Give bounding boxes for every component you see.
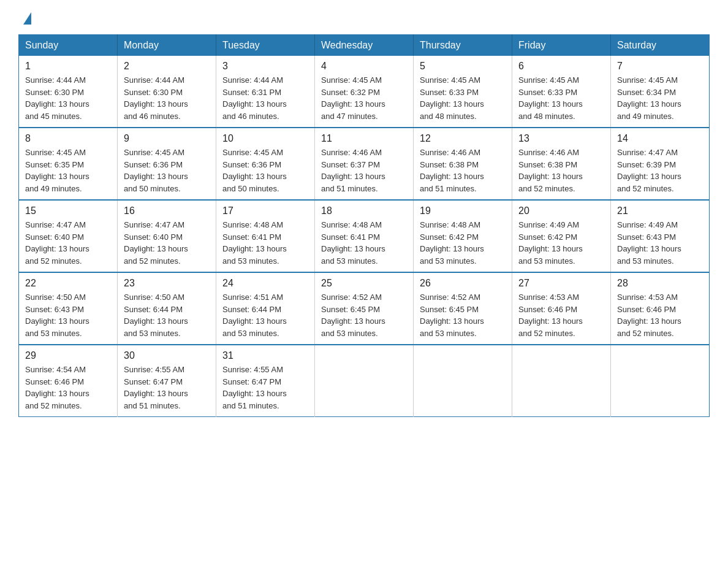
- day-number: 12: [420, 133, 506, 144]
- day-number: 18: [321, 205, 407, 216]
- calendar-day-cell: 21 Sunrise: 4:49 AMSunset: 6:43 PMDaylig…: [611, 200, 710, 272]
- calendar-day-cell: 15 Sunrise: 4:47 AMSunset: 6:40 PMDaylig…: [19, 200, 118, 272]
- day-info: Sunrise: 4:50 AMSunset: 6:43 PMDaylight:…: [25, 291, 111, 339]
- day-info: Sunrise: 4:47 AMSunset: 6:39 PMDaylight:…: [617, 147, 703, 194]
- day-info: Sunrise: 4:55 AMSunset: 6:47 PMDaylight:…: [124, 364, 210, 412]
- day-info: Sunrise: 4:45 AMSunset: 6:32 PMDaylight:…: [321, 74, 407, 122]
- calendar-day-cell: 11 Sunrise: 4:46 AMSunset: 6:37 PMDaylig…: [315, 128, 414, 200]
- day-info: Sunrise: 4:48 AMSunset: 6:42 PMDaylight:…: [420, 219, 506, 267]
- calendar-day-cell: 20 Sunrise: 4:49 AMSunset: 6:42 PMDaylig…: [512, 200, 611, 272]
- day-number: 30: [124, 350, 210, 361]
- day-info: Sunrise: 4:52 AMSunset: 6:45 PMDaylight:…: [321, 291, 407, 339]
- page-header: [18, 12, 710, 25]
- day-info: Sunrise: 4:44 AMSunset: 6:30 PMDaylight:…: [124, 74, 210, 122]
- calendar-day-cell: 13 Sunrise: 4:46 AMSunset: 6:38 PMDaylig…: [512, 128, 611, 200]
- day-number: 6: [518, 61, 604, 72]
- calendar-day-cell: 4 Sunrise: 4:45 AMSunset: 6:32 PMDayligh…: [315, 56, 414, 128]
- calendar-day-cell: [414, 345, 512, 417]
- calendar-day-cell: 18 Sunrise: 4:48 AMSunset: 6:41 PMDaylig…: [315, 200, 414, 272]
- weekday-header-cell: Sunday: [19, 35, 118, 56]
- calendar-day-cell: 22 Sunrise: 4:50 AMSunset: 6:43 PMDaylig…: [19, 272, 118, 345]
- day-info: Sunrise: 4:45 AMSunset: 6:36 PMDaylight:…: [222, 147, 308, 194]
- day-number: 26: [420, 278, 506, 289]
- calendar-day-cell: 29 Sunrise: 4:54 AMSunset: 6:46 PMDaylig…: [19, 345, 118, 417]
- day-number: 22: [25, 278, 111, 289]
- day-info: Sunrise: 4:44 AMSunset: 6:31 PMDaylight:…: [222, 74, 308, 122]
- day-number: 29: [25, 350, 111, 361]
- calendar-week-row: 1 Sunrise: 4:44 AMSunset: 6:30 PMDayligh…: [19, 56, 710, 128]
- day-number: 9: [124, 133, 210, 144]
- calendar-body: 1 Sunrise: 4:44 AMSunset: 6:30 PMDayligh…: [19, 56, 710, 417]
- calendar-week-row: 15 Sunrise: 4:47 AMSunset: 6:40 PMDaylig…: [19, 200, 710, 272]
- day-info: Sunrise: 4:44 AMSunset: 6:30 PMDaylight:…: [25, 74, 111, 122]
- weekday-header-cell: Saturday: [611, 35, 710, 56]
- day-number: 16: [124, 205, 210, 216]
- day-number: 21: [617, 205, 703, 216]
- day-number: 31: [222, 350, 308, 361]
- day-info: Sunrise: 4:46 AMSunset: 6:37 PMDaylight:…: [321, 147, 407, 194]
- day-number: 1: [25, 61, 111, 72]
- calendar-day-cell: 16 Sunrise: 4:47 AMSunset: 6:40 PMDaylig…: [118, 200, 216, 272]
- day-number: 8: [25, 133, 111, 144]
- calendar-day-cell: 5 Sunrise: 4:45 AMSunset: 6:33 PMDayligh…: [414, 56, 512, 128]
- day-number: 28: [617, 278, 703, 289]
- day-info: Sunrise: 4:46 AMSunset: 6:38 PMDaylight:…: [420, 147, 506, 194]
- logo-triangle-icon: [23, 12, 31, 25]
- day-info: Sunrise: 4:45 AMSunset: 6:34 PMDaylight:…: [617, 74, 703, 122]
- day-info: Sunrise: 4:55 AMSunset: 6:47 PMDaylight:…: [222, 364, 308, 412]
- calendar-day-cell: 12 Sunrise: 4:46 AMSunset: 6:38 PMDaylig…: [414, 128, 512, 200]
- calendar-day-cell: [315, 345, 414, 417]
- day-info: Sunrise: 4:48 AMSunset: 6:41 PMDaylight:…: [321, 219, 407, 267]
- day-number: 13: [518, 133, 604, 144]
- day-info: Sunrise: 4:49 AMSunset: 6:42 PMDaylight:…: [518, 219, 604, 267]
- day-number: 20: [518, 205, 604, 216]
- weekday-header-cell: Monday: [118, 35, 216, 56]
- calendar-day-cell: 10 Sunrise: 4:45 AMSunset: 6:36 PMDaylig…: [216, 128, 315, 200]
- calendar-day-cell: 2 Sunrise: 4:44 AMSunset: 6:30 PMDayligh…: [118, 56, 216, 128]
- weekday-header-row: SundayMondayTuesdayWednesdayThursdayFrid…: [19, 35, 710, 56]
- calendar-day-cell: 23 Sunrise: 4:50 AMSunset: 6:44 PMDaylig…: [118, 272, 216, 345]
- day-info: Sunrise: 4:52 AMSunset: 6:45 PMDaylight:…: [420, 291, 506, 339]
- day-info: Sunrise: 4:45 AMSunset: 6:33 PMDaylight:…: [420, 74, 506, 122]
- day-info: Sunrise: 4:48 AMSunset: 6:41 PMDaylight:…: [222, 219, 308, 267]
- day-number: 10: [222, 133, 308, 144]
- calendar-week-row: 22 Sunrise: 4:50 AMSunset: 6:43 PMDaylig…: [19, 272, 710, 345]
- day-info: Sunrise: 4:46 AMSunset: 6:38 PMDaylight:…: [518, 147, 604, 194]
- calendar-day-cell: 7 Sunrise: 4:45 AMSunset: 6:34 PMDayligh…: [611, 56, 710, 128]
- calendar-day-cell: [611, 345, 710, 417]
- calendar-table: SundayMondayTuesdayWednesdayThursdayFrid…: [18, 34, 710, 417]
- day-number: 25: [321, 278, 407, 289]
- day-info: Sunrise: 4:53 AMSunset: 6:46 PMDaylight:…: [518, 291, 604, 339]
- calendar-day-cell: 6 Sunrise: 4:45 AMSunset: 6:33 PMDayligh…: [512, 56, 611, 128]
- weekday-header-cell: Tuesday: [216, 35, 315, 56]
- day-info: Sunrise: 4:50 AMSunset: 6:44 PMDaylight:…: [124, 291, 210, 339]
- calendar-day-cell: 27 Sunrise: 4:53 AMSunset: 6:46 PMDaylig…: [512, 272, 611, 345]
- calendar-day-cell: 8 Sunrise: 4:45 AMSunset: 6:35 PMDayligh…: [19, 128, 118, 200]
- day-number: 14: [617, 133, 703, 144]
- day-number: 15: [25, 205, 111, 216]
- day-number: 24: [222, 278, 308, 289]
- calendar-day-cell: 9 Sunrise: 4:45 AMSunset: 6:36 PMDayligh…: [118, 128, 216, 200]
- day-number: 4: [321, 61, 407, 72]
- calendar-day-cell: 1 Sunrise: 4:44 AMSunset: 6:30 PMDayligh…: [19, 56, 118, 128]
- calendar-day-cell: 28 Sunrise: 4:53 AMSunset: 6:46 PMDaylig…: [611, 272, 710, 345]
- day-number: 23: [124, 278, 210, 289]
- day-info: Sunrise: 4:45 AMSunset: 6:35 PMDaylight:…: [25, 147, 111, 194]
- calendar-day-cell: 14 Sunrise: 4:47 AMSunset: 6:39 PMDaylig…: [611, 128, 710, 200]
- day-info: Sunrise: 4:49 AMSunset: 6:43 PMDaylight:…: [617, 219, 703, 267]
- calendar-day-cell: 3 Sunrise: 4:44 AMSunset: 6:31 PMDayligh…: [216, 56, 315, 128]
- day-number: 11: [321, 133, 407, 144]
- day-info: Sunrise: 4:45 AMSunset: 6:36 PMDaylight:…: [124, 147, 210, 194]
- calendar-day-cell: [512, 345, 611, 417]
- calendar-day-cell: 30 Sunrise: 4:55 AMSunset: 6:47 PMDaylig…: [118, 345, 216, 417]
- calendar-day-cell: 25 Sunrise: 4:52 AMSunset: 6:45 PMDaylig…: [315, 272, 414, 345]
- weekday-header-cell: Friday: [512, 35, 611, 56]
- calendar-day-cell: 24 Sunrise: 4:51 AMSunset: 6:44 PMDaylig…: [216, 272, 315, 345]
- calendar-week-row: 8 Sunrise: 4:45 AMSunset: 6:35 PMDayligh…: [19, 128, 710, 200]
- day-number: 3: [222, 61, 308, 72]
- calendar-day-cell: 17 Sunrise: 4:48 AMSunset: 6:41 PMDaylig…: [216, 200, 315, 272]
- weekday-header-cell: Thursday: [414, 35, 512, 56]
- day-number: 17: [222, 205, 308, 216]
- day-number: 19: [420, 205, 506, 216]
- day-number: 7: [617, 61, 703, 72]
